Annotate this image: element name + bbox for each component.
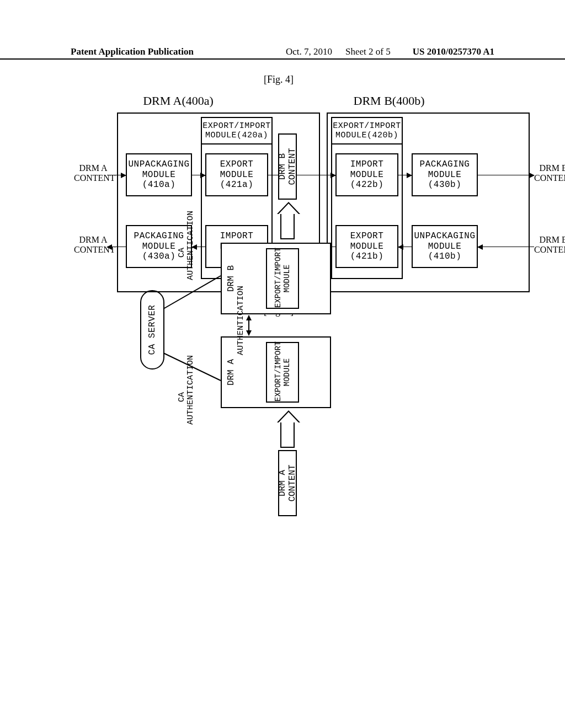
- drm-b-content-bottom: DRM BCONTENT: [534, 235, 565, 254]
- divider-line: [402, 144, 403, 279]
- fig5-drm-a-expimp: EXPORT/IMPORTMODULE: [266, 342, 299, 403]
- drm-b-title: DRM B(400b): [290, 94, 488, 108]
- fig5-drm-a-label: DRM A: [226, 336, 236, 408]
- sheet-indicator: Sheet 2 of 5: [345, 46, 391, 57]
- ca-server-node: CA SERVER: [140, 290, 164, 370]
- ca-auth-a-label: CAAUTHENTICATION: [178, 370, 195, 425]
- authentication-label: AUTHENTICATION: [236, 295, 246, 355]
- arrow-left-icon: [107, 247, 126, 247]
- arrow-left-icon: [398, 247, 412, 247]
- figure-4-caption: [Fig. 4]: [264, 74, 294, 85]
- drm-a-export-import-module: EXPORT/IMPORTMODULE(420a): [201, 117, 273, 144]
- page-header: Patent Application Publication Oct. 7, 2…: [0, 47, 565, 60]
- drm-b-export-module: EXPORTMODULE(421b): [335, 225, 398, 268]
- drm-a-content-top: DRM ACONTENT: [74, 163, 113, 183]
- drm-b-content-top: DRM BCONTENT: [534, 163, 565, 183]
- drm-a-title: DRM A(400a): [79, 94, 278, 108]
- arrow-right-icon: [280, 422, 295, 448]
- arrow-right-icon: [280, 214, 295, 239]
- arrow-right-icon: [398, 175, 412, 175]
- drm-b-import-module: IMPORTMODULE(422b): [335, 153, 398, 196]
- fig5-drm-a-content: DRM A CONTENT: [278, 450, 297, 516]
- publication-number: US 2010/0257370 A1: [413, 46, 494, 57]
- drm-b-unpackaging-module: UNPACKAGINGMODULE(410b): [412, 225, 478, 268]
- arrow-right-icon: [107, 175, 126, 175]
- fig5-drm-b-expimp: EXPORT/IMPORTMODULE: [266, 248, 299, 309]
- authentication-arrow: [248, 315, 249, 335]
- fig5-drm-b-content: DRM B CONTENT: [278, 133, 297, 200]
- svg-line-1: [163, 276, 221, 309]
- drm-b-export-import-module: EXPORT/IMPORTMODULE(420b): [331, 117, 403, 144]
- drm-b-packaging-module: PACKAGINGMODULE(430b): [412, 153, 478, 196]
- arrow-right-icon: [478, 175, 534, 175]
- fig5-drm-b-label: DRM B: [226, 243, 236, 314]
- figure-5: DRM A CONTENT DRM A EXPORT/IMPORTMODULE …: [138, 143, 337, 518]
- figure-4-titles: DRM A(400a) DRM B(400b): [73, 94, 494, 108]
- divider-line: [331, 278, 403, 279]
- ca-auth-b-label: CAAUTHENTICATION: [178, 225, 195, 280]
- publication-type: Patent Application Publication: [71, 46, 194, 57]
- publication-date: Oct. 7, 2010: [286, 46, 332, 57]
- arrow-left-icon: [478, 247, 534, 247]
